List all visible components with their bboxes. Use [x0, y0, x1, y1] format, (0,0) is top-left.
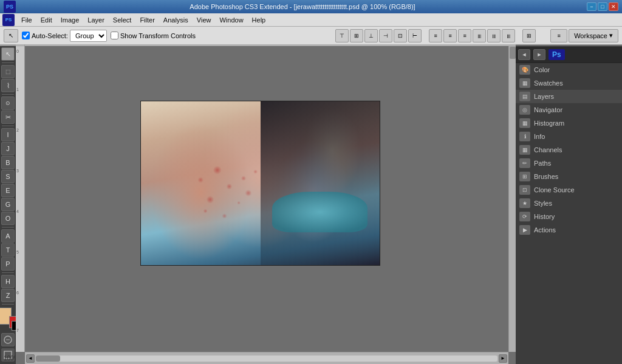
info-panel-icon: ℹ: [519, 132, 530, 141]
panel-styles[interactable]: ★ Styles: [516, 197, 622, 210]
brushes-panel-icon: ⊞: [519, 172, 530, 181]
swatches-panel-label: Swatches: [534, 79, 563, 87]
auto-select-dropdown[interactable]: Group Layer: [70, 30, 107, 42]
ps-menu-logo: PS: [2, 14, 15, 26]
panel-navigator[interactable]: ◎ Navigator: [516, 103, 622, 116]
align-hcenter-icon[interactable]: ⊡: [394, 29, 407, 42]
menu-edit[interactable]: Edit: [36, 15, 56, 25]
marquee-tool[interactable]: ⬚: [1, 65, 15, 78]
maximize-button[interactable]: □: [598, 2, 607, 11]
menu-window[interactable]: Window: [215, 15, 247, 25]
type-tool[interactable]: T: [1, 243, 15, 257]
menu-bar: PS File Edit Image Layer Select Filter A…: [0, 13, 622, 27]
color-panel-label: Color: [534, 66, 550, 73]
panel-histogram[interactable]: ▦ Histogram: [516, 116, 622, 130]
window-controls: − □ ✕: [587, 2, 618, 11]
app-logo: PS: [4, 1, 16, 13]
stamp-tool[interactable]: S: [1, 170, 15, 183]
panel-history[interactable]: ⟳ History: [516, 210, 622, 223]
auto-align-icon[interactable]: ⊞: [522, 29, 536, 42]
align-top-icon[interactable]: ⊤: [335, 29, 349, 42]
distribute-right-icon[interactable]: ⫼: [502, 29, 515, 42]
brush-tool[interactable]: B: [1, 156, 15, 169]
auto-select-label: Auto-Select:: [32, 32, 68, 39]
vertical-scrollbar[interactable]: [508, 46, 516, 352]
close-button[interactable]: ✕: [609, 2, 618, 11]
eyedropper-tool[interactable]: I: [1, 128, 15, 141]
hand-tool[interactable]: H: [1, 275, 15, 288]
panel-header: ◄ ► Ps: [516, 46, 622, 63]
panel-prev-btn[interactable]: ◄: [518, 49, 530, 60]
clone-source-panel-label: Clone Source: [534, 186, 575, 194]
pen-tool[interactable]: P: [1, 257, 15, 271]
panel-channels[interactable]: ▦ Channels: [516, 143, 622, 157]
actions-panel-icon: ▶: [519, 225, 530, 235]
align-bottom-icon[interactable]: ⊥: [364, 29, 378, 42]
auto-select-checkbox[interactable]: [22, 32, 30, 39]
ruler-top: 0 1 2 3 4 5 6 7 8 9 10 11: [25, 45, 516, 46]
lasso-tool[interactable]: ⌇: [1, 79, 15, 92]
panel-list: 🎨 Color ▦ Swatches ▤ Layers ◎ Navigator …: [516, 63, 622, 364]
align-vcenter-icon[interactable]: ⊞: [350, 29, 363, 42]
layers-panel-label: Layers: [534, 93, 554, 100]
quick-mask-button[interactable]: [1, 333, 15, 346]
scroll-right-btn[interactable]: ►: [499, 354, 507, 363]
panel-color[interactable]: 🎨 Color: [516, 63, 622, 76]
align-right-icon[interactable]: ⊢: [408, 29, 422, 42]
canvas-area: [25, 46, 508, 352]
panel-layers[interactable]: ▤ Layers: [516, 90, 622, 103]
minimize-button[interactable]: −: [587, 2, 596, 11]
distribute-left-icon[interactable]: ⫼: [473, 29, 486, 42]
panel-actions[interactable]: ▶ Actions: [516, 223, 622, 237]
menu-image[interactable]: Image: [56, 15, 84, 25]
distribute-vcenter-icon[interactable]: ≡: [443, 29, 457, 42]
panel-swatches[interactable]: ▦ Swatches: [516, 76, 622, 90]
window-title: Adobe Photoshop CS3 Extended - [jerawatt…: [18, 3, 587, 10]
channels-panel-icon: ▦: [519, 145, 530, 155]
workspace-chevron-icon: ▾: [609, 32, 613, 39]
zoom-tool[interactable]: Z: [1, 289, 15, 302]
distribute-bottom-icon[interactable]: ≡: [458, 29, 471, 42]
crop-tool[interactable]: ✂: [1, 110, 15, 124]
healing-brush-tool[interactable]: J: [1, 142, 15, 155]
distribute-top-icon[interactable]: ≡: [429, 29, 442, 42]
move-tool-options[interactable]: ↖: [4, 29, 18, 42]
distribute-hcenter-icon[interactable]: ⫼: [487, 29, 501, 42]
align-left-icon[interactable]: ⊣: [379, 29, 392, 42]
workspace-button[interactable]: Workspace ▾: [569, 29, 618, 42]
menu-select[interactable]: Select: [109, 15, 136, 25]
ps-badge[interactable]: Ps: [549, 49, 565, 60]
image-container[interactable]: [140, 101, 380, 266]
options-bar: ↖ Auto-Select: Group Layer Show Transfor…: [0, 27, 622, 45]
path-tool[interactable]: A: [1, 229, 15, 243]
panel-toggle-icon[interactable]: ≡: [550, 29, 567, 42]
history-panel-label: History: [534, 213, 555, 220]
swatches-panel-icon: ▦: [519, 78, 530, 88]
styles-panel-label: Styles: [534, 200, 552, 207]
panel-paths[interactable]: ✏ Paths: [516, 157, 622, 170]
gradient-tool[interactable]: G: [1, 198, 15, 211]
histogram-panel-icon: ▦: [519, 118, 530, 128]
transform-controls-option: Show Transform Controls: [111, 32, 196, 39]
menu-layer[interactable]: Layer: [83, 15, 109, 25]
styles-panel-icon: ★: [519, 198, 530, 208]
title-bar: PS Adobe Photoshop CS3 Extended - [jeraw…: [0, 0, 622, 13]
menu-filter[interactable]: Filter: [135, 15, 159, 25]
paths-panel-icon: ✏: [519, 158, 530, 168]
panel-clone-source[interactable]: ⊡ Clone Source: [516, 183, 622, 197]
dodge-tool[interactable]: O: [1, 212, 15, 225]
menu-analysis[interactable]: Analysis: [159, 15, 193, 25]
panel-brushes[interactable]: ⊞ Brushes: [516, 170, 622, 183]
horizontal-scrollbar[interactable]: ◄ ►: [25, 352, 508, 364]
quick-selection-tool[interactable]: ⊙: [1, 96, 15, 110]
menu-help[interactable]: Help: [248, 15, 270, 25]
scroll-left-btn[interactable]: ◄: [26, 354, 35, 363]
menu-view[interactable]: View: [193, 15, 216, 25]
transform-controls-checkbox[interactable]: [111, 32, 118, 39]
eraser-tool[interactable]: E: [1, 184, 15, 197]
move-tool[interactable]: ↖: [1, 47, 15, 61]
navigator-panel-label: Navigator: [534, 106, 562, 113]
menu-file[interactable]: File: [17, 15, 36, 25]
panel-next-btn[interactable]: ►: [533, 49, 545, 60]
panel-info[interactable]: ℹ Info: [516, 130, 622, 143]
